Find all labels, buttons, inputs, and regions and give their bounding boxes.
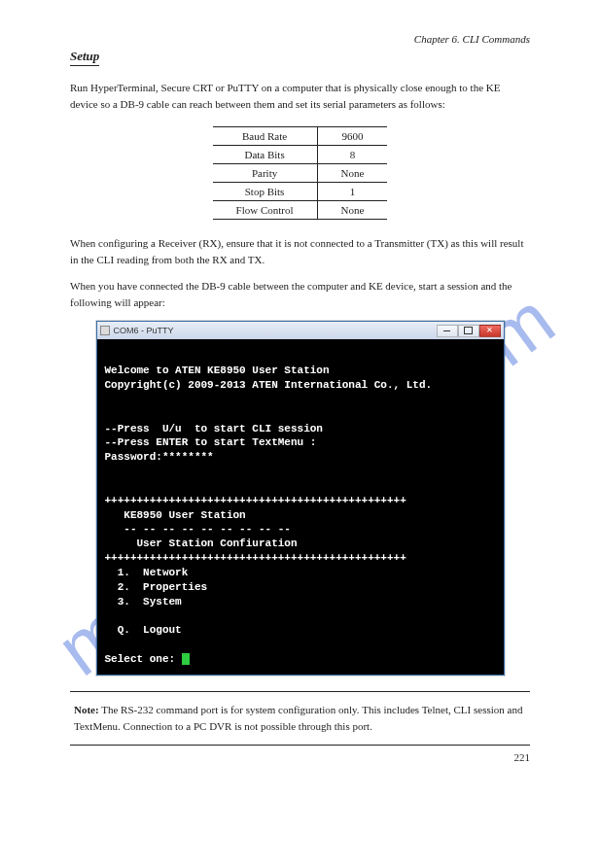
window-controls [437,325,501,337]
table-row: Data Bits8 [213,146,388,164]
table-row: ParityNone [213,164,388,183]
paragraph-setup-intro: Run HyperTerminal, Secure CRT or PuTTY o… [70,80,530,113]
table-row: Baud Rate9600 [213,127,388,146]
minimize-button[interactable] [437,325,458,337]
terminal-output: Welcome to ATEN KE8950 User Station Copy… [97,339,504,675]
table-row: Flow ControlNone [213,201,388,220]
window-title: COM6 - PuTTY [114,326,174,335]
putty-icon [100,326,110,335]
close-button[interactable] [479,325,501,337]
page-number: 221 [0,746,600,763]
terminal-window: COM6 - PuTTY Welcome to ATEN KE8950 User… [96,321,505,676]
paragraph-rx-warning: When configuring a Receiver (RX), ensure… [70,235,530,268]
note-text: The RS-232 command port is for system co… [74,704,522,732]
section-heading: Setup [70,49,99,66]
table-row: Stop Bits1 [213,183,388,201]
note-box: Note: The RS-232 command port is for sys… [70,691,530,746]
chapter-label: Chapter 6. CLI Commands [414,33,530,45]
maximize-button[interactable] [458,325,479,337]
terminal-cursor [182,653,190,665]
serial-params-table: Baud Rate9600 Data Bits8 ParityNone Stop… [70,126,530,220]
window-titlebar: COM6 - PuTTY [97,322,504,339]
paragraph-session-start: When you have connected the DB-9 cable b… [70,278,530,311]
note-label: Note: [74,704,99,715]
